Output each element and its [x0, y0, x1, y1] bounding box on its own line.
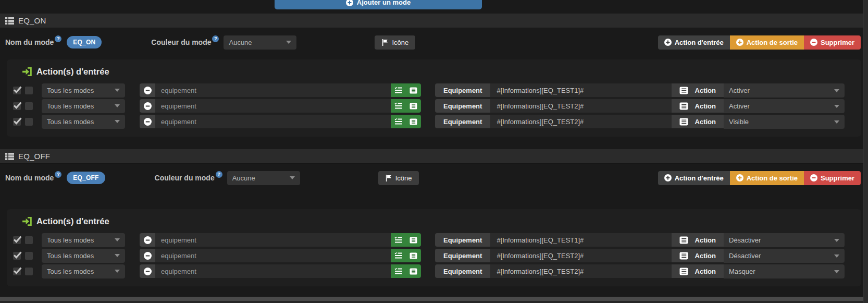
command-input[interactable] — [490, 233, 671, 247]
tasks-icon — [394, 252, 403, 259]
remove-action-button[interactable] — [140, 115, 155, 128]
browse-commands-button[interactable] — [406, 233, 421, 247]
delete-mode-button[interactable]: Supprimer — [804, 35, 861, 50]
command-input[interactable] — [490, 249, 671, 262]
question-circle-icon[interactable] — [55, 171, 61, 178]
equipment-search-input[interactable] — [155, 233, 391, 247]
action-row: Tous les modes — [13, 233, 855, 247]
equipment-search-input[interactable] — [155, 249, 391, 262]
list-alt-icon[interactable] — [679, 102, 688, 110]
caret-down-icon — [834, 89, 839, 92]
command-input[interactable] — [490, 83, 671, 97]
action-value-select[interactable]: Désactiver — [724, 233, 845, 247]
equipment-search-input[interactable] — [155, 115, 391, 128]
mode-color-value: Aucune — [232, 174, 255, 182]
action-addon: Action — [672, 115, 724, 128]
mode-color-select[interactable]: Aucune — [224, 35, 296, 50]
add-entry-action-button[interactable]: Action d'entrée — [658, 35, 730, 50]
browse-commands-button[interactable] — [406, 115, 421, 128]
browse-commands-button[interactable] — [406, 83, 421, 97]
browse-commands-button[interactable] — [406, 264, 421, 278]
action-value-select[interactable]: Activer — [724, 83, 845, 98]
remove-action-button[interactable] — [140, 233, 155, 247]
caret-down-icon — [115, 120, 120, 123]
mode-scope-select[interactable]: Tous les modes — [42, 83, 125, 98]
remove-action-button[interactable] — [140, 99, 155, 113]
list-alt-icon[interactable] — [679, 252, 688, 260]
action-value-select[interactable]: Visible — [724, 115, 845, 129]
browse-commands-button[interactable] — [406, 99, 421, 113]
list-alt-icon[interactable] — [679, 87, 688, 94]
browse-commands-button[interactable] — [406, 249, 421, 262]
caret-down-icon — [115, 254, 120, 257]
command-group: Equipement Action Désactiver — [435, 249, 845, 262]
scrollbar[interactable] — [863, 0, 868, 303]
equipment-search-input[interactable] — [155, 264, 391, 278]
action-addon: Action — [672, 83, 724, 97]
list-equipment-button[interactable] — [391, 264, 406, 278]
mode-scope-select[interactable]: Tous les modes — [42, 249, 125, 263]
icon-picker-button[interactable]: Icône — [378, 171, 419, 185]
background-checkbox[interactable] — [25, 118, 33, 126]
list-alt-icon — [410, 237, 417, 244]
enabled-checkbox[interactable] — [13, 268, 21, 275]
command-input[interactable] — [490, 115, 671, 128]
list-equipment-button[interactable] — [391, 115, 406, 128]
list-alt-icon[interactable] — [679, 236, 688, 244]
mode-scope-select[interactable]: Tous les modes — [42, 233, 125, 247]
entry-actions-panel: Action(s) d'entrée Tous les modes — [7, 59, 861, 137]
mode-section: EQ_ON Nom du mode EQ_ON Couleur du mode … — [0, 0, 868, 137]
background-checkbox[interactable] — [25, 252, 33, 260]
action-value-select[interactable]: Activer — [724, 99, 845, 113]
list-equipment-button[interactable] — [391, 233, 406, 247]
add-exit-action-button[interactable]: Action de sortie — [730, 171, 804, 185]
add-mode-label: Ajouter un mode — [357, 0, 411, 6]
list-equipment-button[interactable] — [391, 83, 406, 97]
equipment-search-input[interactable] — [155, 83, 391, 97]
list-alt-icon[interactable] — [679, 268, 688, 275]
mode-scope-value: Tous les modes — [47, 118, 94, 126]
delete-mode-button[interactable]: Supprimer — [804, 171, 861, 185]
section-title: EQ_OFF — [18, 152, 50, 161]
mode-scope-select[interactable]: Tous les modes — [42, 264, 125, 278]
remove-action-button[interactable] — [140, 249, 155, 262]
enabled-checkbox[interactable] — [13, 102, 21, 110]
equipment-search-group — [140, 249, 421, 262]
minus-circle-icon — [810, 39, 817, 46]
list-alt-icon[interactable] — [679, 118, 688, 126]
action-rows: Tous les modes — [13, 233, 855, 278]
question-circle-icon[interactable] — [216, 171, 222, 178]
enabled-checkbox[interactable] — [13, 236, 21, 244]
command-input[interactable] — [490, 264, 671, 278]
question-circle-icon[interactable] — [212, 35, 219, 42]
tasks-icon — [394, 87, 403, 94]
add-exit-action-button[interactable]: Action de sortie — [730, 35, 804, 50]
action-value-select[interactable]: Désactiver — [724, 249, 845, 263]
mode-scope-select[interactable]: Tous les modes — [42, 115, 125, 129]
enabled-checkbox[interactable] — [13, 87, 21, 94]
list-equipment-button[interactable] — [391, 249, 406, 262]
command-input[interactable] — [490, 99, 671, 113]
background-checkbox[interactable] — [25, 236, 33, 244]
next-section-gap — [0, 301, 868, 303]
icon-picker-button[interactable]: Icône — [375, 35, 415, 50]
enabled-checkbox[interactable] — [13, 252, 21, 260]
equipment-search-input[interactable] — [155, 99, 391, 113]
background-checkbox[interactable] — [25, 268, 33, 275]
mode-color-select[interactable]: Aucune — [227, 171, 300, 185]
enabled-checkbox[interactable] — [13, 118, 21, 126]
background-checkbox[interactable] — [25, 87, 33, 94]
remove-action-button[interactable] — [140, 264, 155, 278]
add-mode-button[interactable]: Ajouter un mode — [275, 0, 482, 9]
add-entry-action-button[interactable]: Action d'entrée — [658, 171, 730, 185]
entry-actions-heading: Action(s) d'entrée — [22, 216, 855, 226]
action-addon: Action — [672, 249, 724, 262]
list-equipment-button[interactable] — [391, 99, 406, 113]
th-list-icon — [5, 153, 14, 160]
mode-scope-select[interactable]: Tous les modes — [42, 99, 125, 113]
action-value-select[interactable]: Masquer — [724, 264, 845, 278]
background-checkbox[interactable] — [25, 102, 33, 110]
caret-down-icon — [115, 238, 120, 241]
remove-action-button[interactable] — [140, 83, 155, 97]
question-circle-icon[interactable] — [55, 35, 61, 42]
